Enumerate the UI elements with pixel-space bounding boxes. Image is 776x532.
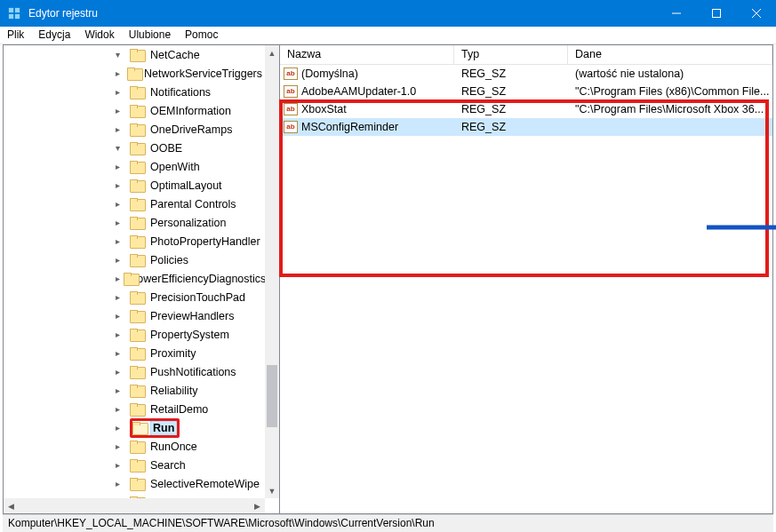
folder-icon xyxy=(130,217,144,229)
expand-toggle-icon[interactable]: ▸ xyxy=(116,255,126,266)
expand-toggle-icon[interactable]: ▸ xyxy=(116,367,126,377)
folder-icon xyxy=(130,198,144,210)
tree-item[interactable]: ▸Reliability xyxy=(4,381,265,400)
vertical-scrollbar[interactable]: ▲ ▼ xyxy=(265,45,279,498)
tree-item[interactable]: ▸Proximity xyxy=(4,344,265,362)
expand-toggle-icon[interactable]: ▸ xyxy=(116,311,126,322)
tree-item[interactable]: ▸PhotoPropertyHandler xyxy=(4,232,265,250)
folder-icon xyxy=(130,142,144,155)
scroll-down-icon[interactable]: ▼ xyxy=(265,483,279,498)
scroll-left-icon[interactable]: ◀ xyxy=(4,498,19,513)
tree-item-label: Parental Controls xyxy=(148,197,239,211)
expand-toggle-icon[interactable]: ▾ xyxy=(116,50,126,60)
list-row[interactable]: abXboxStatREG_SZ"C:\Program Files\Micros… xyxy=(280,100,772,118)
tree-item[interactable]: ▸RunOnce xyxy=(4,437,265,456)
expand-toggle-icon[interactable]: ▸ xyxy=(116,106,126,116)
close-button[interactable] xyxy=(736,0,776,27)
tree-item[interactable]: ▾OOBE xyxy=(4,139,265,157)
tree-item-label: PushNotifications xyxy=(148,365,239,379)
svg-rect-5 xyxy=(712,10,720,18)
tree-item[interactable]: ▸PrecisionTouchPad xyxy=(4,288,265,306)
expand-toggle-icon[interactable]: ▸ xyxy=(116,330,126,340)
col-data[interactable]: Dane xyxy=(568,45,772,64)
tree-item[interactable]: ▸RetailDemo xyxy=(4,400,265,418)
tree-item[interactable]: ▾NetCache xyxy=(4,45,265,64)
tree-item-label: Policies xyxy=(148,253,191,267)
expand-toggle-icon[interactable]: ▸ xyxy=(116,441,126,452)
expand-toggle-icon[interactable]: ▸ xyxy=(116,274,120,284)
tree-item[interactable]: ▸OptimalLayout xyxy=(4,176,265,195)
tree-item[interactable]: ▸Notifications xyxy=(4,83,265,101)
menu-file[interactable]: Plik xyxy=(0,27,31,44)
tree-item[interactable]: ▸SelectiveRemoteWipe xyxy=(4,474,265,493)
folder-icon xyxy=(132,422,147,434)
expand-toggle-icon[interactable]: ▸ xyxy=(116,124,126,135)
folder-icon xyxy=(130,459,144,472)
titlebar: Edytor rejestru xyxy=(0,0,776,27)
expand-toggle-icon[interactable]: ▸ xyxy=(116,404,126,415)
tree-pane: ▾NetCache▸NetworkServiceTriggers▸Notific… xyxy=(4,45,280,513)
string-value-icon: ab xyxy=(284,85,298,98)
expand-toggle-icon[interactable]: ▸ xyxy=(116,236,126,247)
expand-toggle-icon[interactable]: ▸ xyxy=(116,385,126,396)
tree-item-label: NetCache xyxy=(148,48,203,62)
expand-toggle-icon[interactable]: ▸ xyxy=(116,292,126,303)
col-name[interactable]: Nazwa xyxy=(280,45,454,64)
scroll-right-icon[interactable]: ▶ xyxy=(250,498,265,513)
content: ▾NetCache▸NetworkServiceTriggers▸Notific… xyxy=(3,44,773,514)
menu-view[interactable]: Widok xyxy=(77,27,121,44)
tree-item-label: SelectiveRemoteWipe xyxy=(148,477,262,491)
expand-toggle-icon[interactable]: ▸ xyxy=(116,479,126,489)
tree-item[interactable]: ▸PowerEfficiencyDiagnostics xyxy=(4,269,265,288)
tree-item[interactable]: ▸PreviewHandlers xyxy=(4,306,265,325)
folder-icon xyxy=(127,67,138,80)
menu-fav[interactable]: Ulubione xyxy=(122,27,178,44)
folder-icon xyxy=(130,235,144,248)
list-pane: Nazwa Typ Dane ab(Domyślna)REG_SZ(wartoś… xyxy=(280,45,772,513)
list-row[interactable]: ab(Domyślna)REG_SZ(wartość nie ustalona) xyxy=(280,65,772,83)
tree-item-label: Proximity xyxy=(148,346,198,361)
expand-toggle-icon[interactable]: ▸ xyxy=(116,348,126,359)
expand-toggle-icon[interactable]: ▸ xyxy=(116,460,126,471)
tree-item[interactable]: ▸OneDriveRamps xyxy=(4,120,265,139)
tree-item-label: OEMInformation xyxy=(148,104,234,118)
expand-toggle-icon[interactable]: ▸ xyxy=(116,162,126,172)
scroll-up-icon[interactable]: ▲ xyxy=(265,45,279,60)
tree-item[interactable]: ▸Parental Controls xyxy=(4,195,265,213)
expand-toggle-icon[interactable]: ▾ xyxy=(116,143,126,154)
tree-item-label: OneDriveRamps xyxy=(148,123,235,137)
svg-rect-0 xyxy=(9,8,13,12)
expand-toggle-icon[interactable]: ▸ xyxy=(116,423,126,433)
tree-item[interactable]: ▸OEMInformation xyxy=(4,101,265,120)
tree-item[interactable]: ▸Policies xyxy=(4,250,265,269)
horizontal-scrollbar[interactable]: ◀ ▶ xyxy=(4,498,265,513)
expand-toggle-icon[interactable]: ▸ xyxy=(116,68,124,79)
tree-item-label: PrecisionTouchPad xyxy=(148,290,248,305)
row-data: "C:\Program Files (x86)\Common File... xyxy=(568,85,772,98)
folder-icon xyxy=(130,329,144,341)
col-type[interactable]: Typ xyxy=(454,45,568,64)
tree-item[interactable]: ▸Personalization xyxy=(4,213,265,232)
minimize-button[interactable] xyxy=(656,0,696,27)
tree-item[interactable]: ▸OpenWith xyxy=(4,157,265,176)
expand-toggle-icon[interactable]: ▸ xyxy=(116,180,126,191)
maximize-button[interactable] xyxy=(696,0,736,27)
folder-icon xyxy=(130,161,144,173)
tree-item[interactable]: ▸PropertySystem xyxy=(4,325,265,344)
tree-item[interactable]: ▸Run xyxy=(4,418,265,437)
menu-help[interactable]: Pomoc xyxy=(178,27,225,44)
list-row[interactable]: abMSConfigReminderREG_SZ xyxy=(280,118,772,136)
expand-toggle-icon[interactable]: ▸ xyxy=(116,199,126,210)
menu-edit[interactable]: Edycja xyxy=(31,27,77,44)
annotation-arrow-icon xyxy=(707,218,776,236)
tree-item-label: Search xyxy=(148,458,188,472)
tree-item[interactable]: ▸Search xyxy=(4,456,265,474)
list-row[interactable]: abAdobeAAMUpdater-1.0REG_SZ"C:\Program F… xyxy=(280,83,772,100)
tree-item[interactable]: ▸NetworkServiceTriggers xyxy=(4,64,265,83)
string-value-icon: ab xyxy=(284,121,298,133)
expand-toggle-icon[interactable]: ▸ xyxy=(116,218,126,228)
list-header: Nazwa Typ Dane xyxy=(280,45,772,65)
scroll-thumb[interactable] xyxy=(267,365,277,427)
expand-toggle-icon[interactable]: ▸ xyxy=(116,87,126,98)
tree-item[interactable]: ▸PushNotifications xyxy=(4,362,265,381)
